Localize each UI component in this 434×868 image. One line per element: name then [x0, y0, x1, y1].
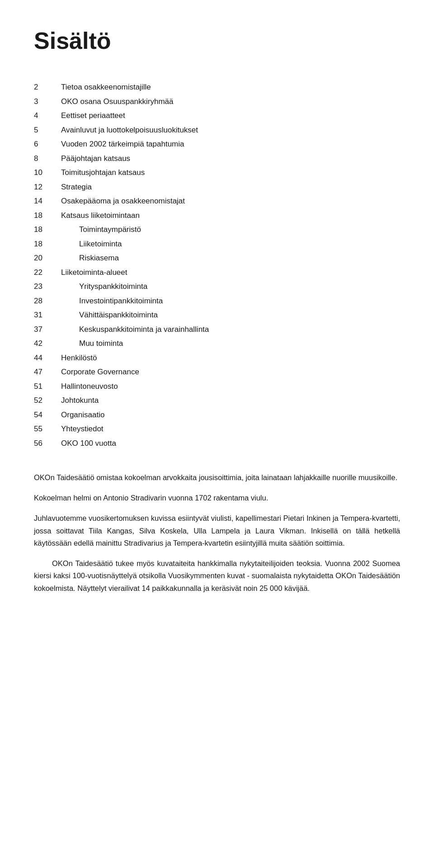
toc-label: Katsaus liiketoimintaan: [61, 210, 140, 222]
toc-label: Keskuspankkitoiminta ja varainhallinta: [70, 324, 209, 335]
toc-label: Toimintaympäristö: [70, 224, 141, 236]
toc-number: 23: [34, 281, 70, 292]
toc-number: 2: [34, 81, 61, 93]
toc-number: 55: [34, 423, 61, 435]
toc-label: Liiketoiminta: [70, 238, 122, 250]
toc-number: 8: [34, 153, 61, 165]
toc-item: 4Eettiset periaatteet: [34, 110, 400, 122]
toc-item: 51Hallintoneuvosto: [34, 381, 400, 392]
toc-label: Henkilöstö: [61, 352, 97, 364]
body-section: OKOn Taidesäätiö omistaa kokoelman arvok…: [34, 472, 400, 594]
page-title: Sisältö: [34, 27, 400, 54]
toc-number: 18: [34, 238, 70, 250]
toc-item: 54Organisaatio: [34, 409, 400, 421]
toc-label: Strategia: [61, 181, 92, 193]
toc-item: 3OKO osana Osuuspankkiryhmää: [34, 96, 400, 108]
toc-label: Pääjohtajan katsaus: [61, 153, 130, 165]
toc-label: Tietoa osakkeenomistajille: [61, 81, 151, 93]
toc-label: Avainluvut ja luottokelpoisuusluokitukse…: [61, 124, 198, 136]
toc-number: 22: [34, 267, 61, 278]
toc-item: 14Osakepääoma ja osakkeenomistajat: [34, 195, 400, 207]
toc-item: 5Avainluvut ja luottokelpoisuusluokituks…: [34, 124, 400, 136]
toc-number: 47: [34, 366, 61, 378]
toc-number: 28: [34, 295, 70, 307]
body-paragraph: OKOn Taidesäätiö omistaa kokoelman arvok…: [34, 472, 400, 484]
toc-item: 10Toimitusjohtajan katsaus: [34, 167, 400, 179]
toc-label: Investointipankkitoiminta: [70, 295, 163, 307]
toc-label: Riskiasema: [70, 252, 119, 264]
toc-number: 14: [34, 195, 61, 207]
toc-item: 8Pääjohtajan katsaus: [34, 153, 400, 165]
toc-label: Vähittäispankkitoiminta: [70, 309, 158, 321]
toc-item: 18Toimintaympäristö: [34, 224, 400, 236]
toc-item: 28Investointipankkitoiminta: [34, 295, 400, 307]
toc-item: 20Riskiasema: [34, 252, 400, 264]
toc-number: 54: [34, 409, 61, 421]
table-of-contents: 2Tietoa osakkeenomistajille3OKO osana Os…: [34, 81, 400, 449]
toc-number: 31: [34, 309, 70, 321]
toc-item: 47Corporate Governance: [34, 366, 400, 378]
toc-item: 55Yhteystiedot: [34, 423, 400, 435]
toc-label: Toimitusjohtajan katsaus: [61, 167, 145, 179]
toc-item: 18Liiketoiminta: [34, 238, 400, 250]
toc-number: 18: [34, 210, 61, 222]
toc-item: 42Muu toiminta: [34, 338, 400, 349]
toc-number: 18: [34, 224, 70, 236]
toc-label: OKO osana Osuuspankkiryhmää: [61, 96, 174, 108]
toc-label: OKO 100 vuotta: [61, 438, 116, 449]
toc-number: 52: [34, 395, 61, 406]
toc-item: 31Vähittäispankkitoiminta: [34, 309, 400, 321]
toc-number: 12: [34, 181, 61, 193]
toc-label: Osakepääoma ja osakkeenomistajat: [61, 195, 185, 207]
toc-number: 20: [34, 252, 70, 264]
toc-item: 12Strategia: [34, 181, 400, 193]
toc-label: Liiketoiminta-alueet: [61, 267, 127, 278]
toc-label: Vuoden 2002 tärkeimpiä tapahtumia: [61, 138, 184, 150]
toc-item: 23Yrityspankkitoiminta: [34, 281, 400, 292]
toc-item: 56OKO 100 vuotta: [34, 438, 400, 449]
toc-number: 44: [34, 352, 61, 364]
toc-label: Yrityspankkitoiminta: [70, 281, 147, 292]
body-paragraph: Juhlavuotemme vuosikertomuksen kuvissa e…: [34, 512, 400, 549]
toc-label: Hallintoneuvosto: [61, 381, 118, 392]
toc-item: 22Liiketoiminta-alueet: [34, 267, 400, 278]
toc-label: Johtokunta: [61, 395, 99, 406]
toc-number: 37: [34, 324, 70, 335]
toc-number: 51: [34, 381, 61, 392]
body-paragraph: OKOn Taidesäätiö tukee myös kuvataiteita…: [34, 557, 400, 594]
toc-label: Muu toiminta: [70, 338, 123, 349]
toc-item: 6Vuoden 2002 tärkeimpiä tapahtumia: [34, 138, 400, 150]
toc-label: Eettiset periaatteet: [61, 110, 125, 122]
toc-item: 18Katsaus liiketoimintaan: [34, 210, 400, 222]
toc-label: Corporate Governance: [61, 366, 139, 378]
toc-item: 52Johtokunta: [34, 395, 400, 406]
toc-item: 44Henkilöstö: [34, 352, 400, 364]
toc-number: 56: [34, 438, 61, 449]
toc-item: 2Tietoa osakkeenomistajille: [34, 81, 400, 93]
toc-number: 3: [34, 96, 61, 108]
toc-number: 10: [34, 167, 61, 179]
toc-number: 5: [34, 124, 61, 136]
toc-label: Yhteystiedot: [61, 423, 104, 435]
toc-item: 37Keskuspankkitoiminta ja varainhallinta: [34, 324, 400, 335]
toc-number: 42: [34, 338, 70, 349]
toc-label: Organisaatio: [61, 409, 104, 421]
toc-number: 4: [34, 110, 61, 122]
body-paragraph: Kokoelman helmi on Antonio Stradivarin v…: [34, 492, 400, 504]
toc-number: 6: [34, 138, 61, 150]
